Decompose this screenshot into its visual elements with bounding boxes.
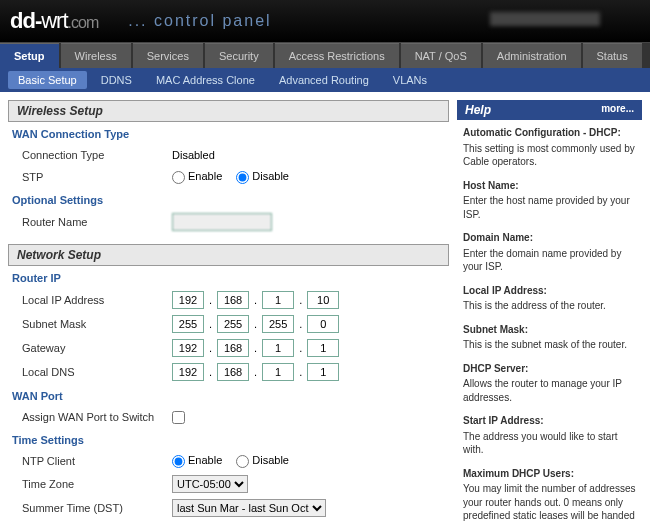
section-wireless-setup: Wireless Setup — [8, 100, 449, 122]
help-more-link[interactable]: more... — [601, 103, 634, 117]
ip-dot: . — [209, 366, 212, 378]
help-item-text: The address you would like to start with… — [463, 431, 618, 456]
ip-dot: . — [254, 366, 257, 378]
stp-enable-label: Enable — [188, 170, 222, 182]
tab-wireless[interactable]: Wireless — [61, 43, 131, 68]
help-item: Automatic Configuration - DHCP:This sett… — [463, 126, 636, 169]
local-ip-octet-1[interactable] — [172, 291, 204, 309]
ip-dot: . — [299, 318, 302, 330]
header-info-blur — [490, 12, 600, 26]
help-item: Maximum DHCP Users:You may limit the num… — [463, 467, 636, 523]
dst-select[interactable]: last Sun Mar - last Sun Oct — [172, 499, 326, 517]
help-item: Start IP Address:The address you would l… — [463, 414, 636, 457]
subnet-mask-octet-1[interactable] — [172, 315, 204, 333]
ntp-disable-radio[interactable] — [236, 455, 249, 468]
logo-dot: .com — [68, 14, 99, 31]
ip-dot: . — [254, 342, 257, 354]
tab-status[interactable]: Status — [583, 43, 642, 68]
subtab-vlans[interactable]: VLANs — [383, 71, 437, 89]
local-dns-octet-1[interactable] — [172, 363, 204, 381]
gateway-octet-4[interactable] — [307, 339, 339, 357]
group-wan-port: WAN Port — [12, 390, 449, 402]
help-item-heading: Host Name: — [463, 179, 636, 193]
help-item: Local IP Address:This is the address of … — [463, 284, 636, 313]
app-header: dd-wrt.com ... control panel — [0, 0, 650, 42]
help-item: Host Name:Enter the host name provided b… — [463, 179, 636, 222]
ip-dot: . — [299, 366, 302, 378]
stp-disable-radio[interactable] — [236, 171, 249, 184]
help-item-heading: Start IP Address: — [463, 414, 636, 428]
group-time-settings: Time Settings — [12, 434, 449, 446]
tab-administration[interactable]: Administration — [483, 43, 581, 68]
local-ip-octet-3[interactable] — [262, 291, 294, 309]
value-connection-type: Disabled — [172, 149, 449, 161]
label-local-ip: Local IP Address — [22, 294, 172, 306]
help-item-heading: Maximum DHCP Users: — [463, 467, 636, 481]
help-item-heading: Subnet Mask: — [463, 323, 636, 337]
subnet-mask-octet-3[interactable] — [262, 315, 294, 333]
help-item-text: Allows the router to manage your IP addr… — [463, 378, 622, 403]
label-gateway: Gateway — [22, 342, 172, 354]
help-item-text: Enter the host name provided by your ISP… — [463, 195, 630, 220]
help-item-text: You may limit the number of addresses yo… — [463, 483, 636, 522]
help-item-text: This setting is most commonly used by Ca… — [463, 143, 635, 168]
sub-tabs: Basic SetupDDNSMAC Address CloneAdvanced… — [0, 68, 650, 92]
help-item-text: This is the address of the router. — [463, 300, 606, 311]
label-assign-wan: Assign WAN Port to Switch — [22, 411, 172, 423]
ip-dot: . — [209, 318, 212, 330]
label-dst: Summer Time (DST) — [22, 502, 172, 514]
help-item-text: This is the subnet mask of the router. — [463, 339, 627, 350]
logo-wrt: wrt — [41, 8, 67, 33]
tab-nat-qos[interactable]: NAT / QoS — [401, 43, 481, 68]
local-ip-octet-4[interactable] — [307, 291, 339, 309]
help-panel: Help more... Automatic Configuration - D… — [457, 100, 642, 522]
subtab-advanced-routing[interactable]: Advanced Routing — [269, 71, 379, 89]
ntp-enable-label: Enable — [188, 454, 222, 466]
tab-setup[interactable]: Setup — [0, 43, 59, 68]
group-optional: Optional Settings — [12, 194, 449, 206]
subtab-basic-setup[interactable]: Basic Setup — [8, 71, 87, 89]
local-dns-octet-4[interactable] — [307, 363, 339, 381]
help-item-heading: Automatic Configuration - DHCP: — [463, 126, 636, 140]
label-timezone: Time Zone — [22, 478, 172, 490]
label-stp: STP — [22, 171, 172, 183]
help-item-heading: Local IP Address: — [463, 284, 636, 298]
local-ip-octet-2[interactable] — [217, 291, 249, 309]
help-item: Domain Name:Enter the domain name provid… — [463, 231, 636, 274]
label-connection-type: Connection Type — [22, 149, 172, 161]
help-item-heading: DHCP Server: — [463, 362, 636, 376]
logo-dd: dd — [10, 8, 35, 33]
router-name-input[interactable] — [172, 213, 272, 231]
main-content: Wireless Setup WAN Connection Type Conne… — [8, 100, 449, 522]
header-subtitle: ... control panel — [128, 12, 271, 30]
logo: dd-wrt.com — [10, 8, 98, 34]
gateway-octet-2[interactable] — [217, 339, 249, 357]
help-title: Help — [465, 103, 491, 117]
ip-dot: . — [209, 342, 212, 354]
help-item: DHCP Server:Allows the router to manage … — [463, 362, 636, 405]
label-subnet-mask: Subnet Mask — [22, 318, 172, 330]
subtab-mac-address-clone[interactable]: MAC Address Clone — [146, 71, 265, 89]
local-dns-octet-3[interactable] — [262, 363, 294, 381]
help-item-heading: Domain Name: — [463, 231, 636, 245]
tab-services[interactable]: Services — [133, 43, 203, 68]
assign-wan-checkbox[interactable] — [172, 411, 185, 424]
gateway-octet-3[interactable] — [262, 339, 294, 357]
gateway-octet-1[interactable] — [172, 339, 204, 357]
ntp-enable-radio[interactable] — [172, 455, 185, 468]
timezone-select[interactable]: UTC-05:00 — [172, 475, 248, 493]
tab-access-restrictions[interactable]: Access Restrictions — [275, 43, 399, 68]
local-dns-octet-2[interactable] — [217, 363, 249, 381]
stp-disable-label: Disable — [252, 170, 289, 182]
subnet-mask-octet-4[interactable] — [307, 315, 339, 333]
subtab-ddns[interactable]: DDNS — [91, 71, 142, 89]
group-router-ip: Router IP — [12, 272, 449, 284]
ip-dot: . — [254, 318, 257, 330]
main-tabs: SetupWirelessServicesSecurityAccess Rest… — [0, 42, 650, 68]
subnet-mask-octet-2[interactable] — [217, 315, 249, 333]
section-network-setup: Network Setup — [8, 244, 449, 266]
help-item-text: Enter the domain name provided by your I… — [463, 248, 621, 273]
tab-security[interactable]: Security — [205, 43, 273, 68]
label-ntp: NTP Client — [22, 455, 172, 467]
stp-enable-radio[interactable] — [172, 171, 185, 184]
